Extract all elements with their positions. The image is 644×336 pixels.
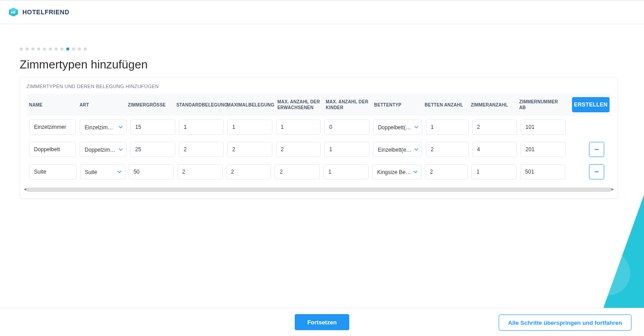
col-room-number-from: ZIMMERNUMMER AB — [519, 99, 564, 111]
max-children-input[interactable] — [323, 164, 369, 179]
chevron-left-icon: ◄ — [23, 187, 27, 191]
room-count-input[interactable] — [471, 164, 517, 179]
create-button[interactable]: ERSTELLEN — [572, 97, 610, 112]
col-max-occ: MAXIMALBELEGUNG — [227, 102, 274, 108]
step-dot[interactable] — [55, 47, 58, 51]
bed-type-select[interactable]: Einzelbett(en) (90-130 breit) — [373, 142, 422, 157]
col-std-occ: STANDARDBELEGUNG — [176, 102, 228, 108]
step-dot[interactable] — [84, 47, 87, 51]
max-occ-input[interactable] — [227, 119, 272, 135]
table-header-row: NAME ART ZIMMERGRÖSSE STANDARDBELEGUNG M… — [26, 94, 611, 116]
bed-count-input[interactable] — [426, 142, 469, 157]
chevron-right-icon: ► — [610, 187, 615, 191]
col-size: ZIMMERGRÖSSE — [128, 102, 166, 108]
col-bed-count: BETTEN ANZAHL — [424, 102, 463, 108]
step-dot[interactable] — [43, 47, 46, 51]
max-occ-input[interactable] — [227, 142, 272, 157]
max-adults-input[interactable] — [276, 119, 321, 135]
col-max-children: MAX. ANZAHL DER KINDER — [326, 99, 370, 111]
max-children-input[interactable] — [324, 142, 369, 157]
max-adults-input[interactable] — [275, 164, 320, 179]
bed-count-input[interactable] — [426, 119, 469, 135]
room-number-from-input[interactable] — [521, 142, 566, 157]
art-select[interactable]: Doppelzimmer — [80, 142, 127, 157]
col-max-adults: MAX. ANZAHL DER ERWACHSENEN — [277, 99, 322, 111]
minus-icon: − — [594, 145, 599, 154]
max-children-input[interactable] — [324, 119, 369, 135]
col-bed-type: BETTENTYP — [374, 102, 401, 108]
bed-count-input[interactable] — [425, 164, 468, 179]
size-input[interactable] — [130, 142, 175, 157]
table-row: EinzelzimmerDoppelbett(en) (120-130 brei… — [26, 116, 611, 138]
continue-button[interactable]: Fortsetzen — [295, 314, 349, 330]
step-dot[interactable] — [49, 47, 52, 51]
remove-row-button[interactable]: − — [589, 142, 604, 157]
art-select[interactable]: Suite — [80, 164, 125, 179]
step-dot[interactable] — [72, 47, 75, 51]
brand-name: HOTELFRIEND — [22, 9, 69, 16]
size-input[interactable] — [129, 164, 174, 179]
room-count-input[interactable] — [472, 119, 517, 135]
room-count-input[interactable] — [472, 142, 517, 157]
name-input[interactable] — [29, 142, 76, 157]
wizard-footer: Fortsetzen Alle Schritte überspringen un… — [0, 308, 644, 336]
room-number-from-input[interactable] — [521, 119, 566, 135]
room-number-from-input[interactable] — [520, 164, 565, 179]
name-input[interactable] — [29, 164, 76, 179]
app-header: HF HOTELFRIEND — [0, 0, 644, 24]
table-row: DoppelzimmerEinzelbett(en) (90-130 breit… — [26, 138, 611, 161]
size-input[interactable] — [130, 119, 175, 135]
step-dot[interactable] — [31, 47, 34, 51]
step-dot[interactable] — [25, 47, 29, 51]
horizontal-scrollbar[interactable]: ◄ ► — [26, 187, 611, 192]
svg-text:HF: HF — [11, 10, 16, 15]
card-subtitle: ZIMMERTYPEN UND DEREN BELEGUNG HINZUFÜGE… — [26, 84, 611, 89]
hotelfriend-icon: HF — [8, 7, 19, 17]
skip-all-button[interactable]: Alle Schritte überspringen und fortfahre… — [499, 315, 631, 331]
remove-row-button[interactable]: − — [589, 164, 604, 179]
col-name: NAME — [29, 102, 42, 108]
bed-type-select[interactable]: Kingsize Bett(en) (mind.180 breit) — [372, 164, 421, 179]
std-occ-input[interactable] — [179, 119, 224, 135]
step-dot[interactable] — [66, 47, 69, 51]
page-title: Zimmertypen hinzufügen — [20, 58, 624, 72]
step-dot[interactable] — [78, 47, 81, 51]
col-art: ART — [80, 102, 89, 108]
max-adults-input[interactable] — [276, 142, 321, 157]
minus-icon: − — [594, 167, 599, 177]
wizard-stepper — [20, 47, 624, 51]
art-select[interactable]: Einzelzimmer — [80, 119, 127, 135]
name-input[interactable] — [29, 119, 76, 135]
std-occ-input[interactable] — [178, 164, 223, 179]
table-row: SuiteKingsize Bett(en) (mind.180 breit)− — [26, 161, 611, 183]
col-room-count: ZIMMERANZAHL — [471, 102, 508, 108]
brand-logo[interactable]: HF HOTELFRIEND — [8, 7, 69, 17]
max-occ-input[interactable] — [226, 164, 271, 179]
step-dot[interactable] — [20, 47, 23, 51]
room-types-card: ZIMMERTYPEN UND DEREN BELEGUNG HINZUFÜGE… — [20, 77, 618, 199]
bed-type-select[interactable]: Doppelbett(en) (120-130 breit) — [373, 119, 422, 135]
step-dot[interactable] — [37, 47, 40, 51]
std-occ-input[interactable] — [179, 142, 224, 157]
step-dot[interactable] — [60, 47, 64, 51]
